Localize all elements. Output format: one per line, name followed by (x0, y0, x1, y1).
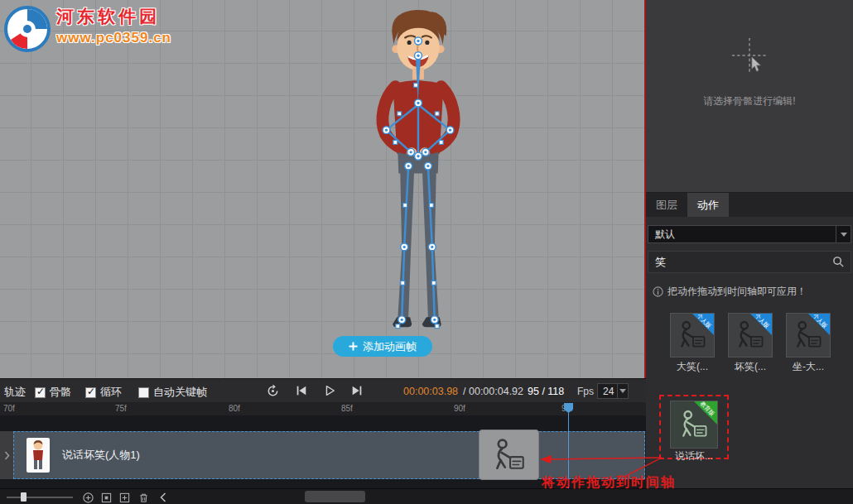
timeline-toolbar: 轨迹 骨骼 循环 自动关键帧 (0, 378, 646, 402)
bottom-bar (0, 488, 853, 504)
step-forward-button[interactable] (348, 382, 366, 399)
ruler-mark: 80f (229, 404, 240, 413)
action-item-highlighted[interactable]: 教育版 说话坏... (659, 395, 729, 459)
frame-counter: 95 / 118 (528, 386, 564, 397)
track-label: 轨迹 (4, 385, 26, 400)
action-category-select[interactable]: 默认 (648, 225, 851, 243)
action-label: 坐-大... (783, 360, 833, 374)
action-label: 说话坏... (661, 449, 727, 463)
edition-ribbon (808, 314, 830, 335)
red-divider-line (644, 0, 646, 378)
character-with-bone-rig[interactable] (352, 5, 484, 340)
add-keyframe-label: 添加动画帧 (363, 339, 417, 354)
chevron-down-icon (619, 389, 626, 393)
timeline-track-area: 说话坏笑(人物1) (0, 415, 646, 488)
step-forward-icon (350, 384, 364, 397)
track-collapse-handle[interactable] (0, 431, 13, 479)
clip-thumbnail (27, 438, 50, 473)
chevron-left-icon (160, 492, 166, 502)
zoom-in-icon (83, 492, 94, 503)
zoom-in-button[interactable] (82, 492, 94, 503)
search-icon[interactable] (832, 256, 845, 268)
frame-all-button[interactable] (100, 492, 112, 503)
trash-icon (138, 492, 149, 503)
delete-button[interactable] (137, 492, 149, 503)
add-keyframe-button[interactable]: 添加动画帧 (333, 336, 432, 357)
fps-label: Fps (577, 386, 594, 397)
bone-edit-placeholder: 请选择骨骼进行编辑! (646, 0, 853, 193)
time-display: 00:00:03.98 / 00:00:04.92 (403, 386, 523, 397)
clip-label: 说话坏笑(人物1) (62, 432, 140, 478)
watermark-site-url: www.pc0359.cn (56, 30, 171, 46)
dropdown-caret-box[interactable] (836, 226, 851, 242)
ruler-mark: 75f (115, 404, 127, 413)
checkbox-box[interactable] (138, 387, 149, 398)
animation-clip[interactable]: 说话坏笑(人物1) (13, 431, 645, 479)
action-label: 大笑(... (667, 360, 717, 374)
tab-actions[interactable]: 动作 (687, 193, 729, 217)
right-panel: 请选择骨骼进行编辑! 图层 动作 默认 (646, 0, 853, 504)
ruler-mark: 85f (341, 404, 353, 413)
frame-selected-icon (119, 492, 130, 503)
ruler-mark: 70f (3, 404, 15, 413)
action-figure-icon (490, 436, 528, 474)
action-item[interactable]: 个人版 (786, 313, 831, 358)
play-icon (323, 384, 336, 397)
info-icon (653, 286, 663, 297)
panel-tabs: 图层 动作 (646, 193, 853, 217)
step-back-icon (295, 384, 308, 397)
loop-playback-button[interactable] (263, 382, 282, 399)
edition-ribbon-green (694, 401, 717, 425)
action-search-input[interactable] (648, 256, 832, 268)
play-button[interactable] (320, 382, 339, 399)
h-scrollbar-thumb[interactable] (305, 491, 365, 502)
collapse-left-button[interactable] (157, 492, 169, 503)
autokey-checkbox[interactable]: 自动关键帧 (138, 385, 207, 400)
checkbox-box[interactable] (85, 387, 96, 398)
ruler-mark: 90f (454, 404, 465, 413)
bone-edit-hint: 请选择骨骼进行编辑! (646, 94, 853, 108)
site-logo-icon (3, 5, 51, 53)
chevron-down-icon (841, 233, 847, 237)
action-thumbnail[interactable]: 教育版 (670, 401, 718, 449)
zoom-slider-track[interactable] (7, 497, 73, 498)
crosshair-icon (730, 36, 769, 74)
action-search (648, 251, 851, 273)
loop-icon (266, 384, 280, 398)
animation-editor-app: 河东软件园 www.pc0359.cn (0, 0, 853, 504)
watermark-site-name: 河东软件园 (56, 5, 171, 28)
total-time: / 00:00:04.92 (463, 386, 523, 397)
watermark: 河东软件园 www.pc0359.cn (3, 5, 171, 53)
bone-overlay (383, 37, 454, 329)
fps-select[interactable]: 24 (597, 383, 629, 399)
action-item[interactable]: 个人版 (670, 313, 715, 358)
bones-checkbox[interactable]: 骨骼 (35, 385, 71, 400)
chevron-right-icon (4, 451, 10, 460)
current-time: 00:00:03.98 (403, 386, 458, 397)
bones-checkbox-label: 骨骼 (50, 385, 71, 400)
fps-value: 24 (598, 386, 617, 397)
playhead-line (568, 413, 569, 488)
edition-ribbon (750, 314, 772, 335)
edition-ribbon (692, 314, 714, 335)
stage-canvas[interactable]: 河东软件园 www.pc0359.cn (0, 0, 646, 378)
tab-layers[interactable]: 图层 (646, 193, 687, 217)
zoom-slider-handle[interactable] (21, 492, 27, 502)
action-item[interactable]: 个人版 (728, 313, 773, 358)
plus-icon (349, 342, 358, 351)
timeline-ruler[interactable]: 70f 75f 80f 85f 90f 95f (0, 402, 646, 415)
step-back-button[interactable] (292, 382, 311, 399)
actions-usage-tip: 把动作拖动到时间轴即可应用！ (667, 285, 807, 299)
drag-ghost-action[interactable] (479, 430, 539, 480)
frame-all-icon (101, 492, 112, 503)
loop-checkbox[interactable]: 循环 (85, 385, 122, 400)
action-category-value: 默认 (648, 228, 836, 242)
loop-checkbox-label: 循环 (100, 385, 122, 400)
autokey-checkbox-label: 自动关键帧 (153, 385, 207, 400)
checkbox-box[interactable] (35, 387, 46, 398)
actions-usage-tip-row: 把动作拖动到时间轴即可应用！ (653, 285, 807, 299)
fps-caret-box[interactable] (617, 384, 628, 398)
frame-selected-button[interactable] (118, 492, 130, 503)
action-label: 坏笑(... (725, 360, 775, 374)
